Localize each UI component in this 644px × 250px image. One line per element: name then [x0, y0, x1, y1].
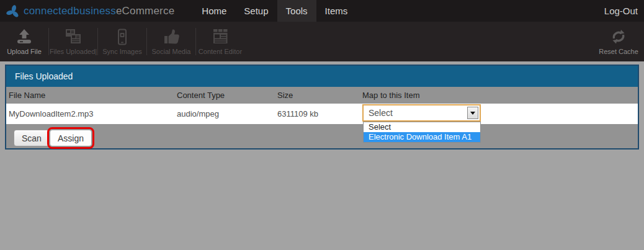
select-option-select[interactable]: Select: [364, 122, 480, 132]
sync-images-button[interactable]: Sync Images: [98, 22, 146, 61]
column-size: Size: [277, 87, 293, 104]
files-uploaded-icon: [63, 29, 83, 46]
map-item-select[interactable]: Select: [362, 104, 481, 122]
content-editor-icon: [210, 29, 230, 46]
chevron-down-icon: [470, 112, 475, 115]
social-media-button[interactable]: Social Media: [147, 22, 195, 61]
table-header-row: File Name Content Type Size Map to this …: [6, 87, 638, 104]
pinwheel-logo-icon: [5, 3, 21, 19]
nav-tab-setup[interactable]: Setup: [235, 0, 277, 22]
panel-title: Files Uploaded: [6, 66, 638, 87]
content-editor-button[interactable]: Content Editor: [196, 22, 244, 61]
social-media-label: Social Media: [152, 48, 191, 55]
nav-tab-home[interactable]: Home: [193, 0, 235, 22]
files-uploaded-button[interactable]: Files Uploaded|: [49, 22, 97, 61]
nav-tab-items[interactable]: Items: [316, 0, 357, 22]
cell-file-name: MyDownloadItem2.mp3: [9, 104, 94, 124]
panel-footer: Scan Assign: [6, 124, 638, 148]
select-option-electronic-download-item-a1[interactable]: Electronic Download Item A1: [364, 132, 480, 142]
files-uploaded-label: Files Uploaded|: [50, 48, 97, 55]
reset-cache-icon: [609, 29, 628, 46]
nav-tab-tools[interactable]: Tools: [277, 0, 316, 22]
logout-link[interactable]: Log-Out: [604, 6, 638, 16]
column-map-to-item: Map to this Item: [362, 87, 419, 104]
map-item-select-value: Select: [369, 108, 393, 118]
cell-content-type: audio/mpeg: [177, 104, 219, 124]
brand-name-primary: connectedbusiness: [24, 5, 116, 17]
social-media-icon: [161, 29, 181, 46]
reset-cache-button[interactable]: Reset Cache: [594, 22, 643, 61]
select-options-list: Select Electronic Download Item A1: [363, 122, 481, 143]
assign-button[interactable]: Assign: [50, 130, 92, 146]
upload-file-label: Upload File: [7, 48, 42, 55]
upload-file-icon: [14, 29, 34, 46]
table-row: MyDownloadItem2.mp3 audio/mpeg 6311109 k…: [6, 104, 638, 124]
sync-images-icon: [112, 29, 132, 46]
cell-size: 6311109 kb: [277, 104, 318, 124]
sync-images-label: Sync Images: [102, 48, 142, 55]
select-dropdown-arrow-button[interactable]: [467, 107, 478, 119]
top-navbar: connectedbusinesseCommerce Home Setup To…: [0, 0, 644, 22]
upload-file-button[interactable]: Upload File: [0, 22, 48, 61]
content-editor-label: Content Editor: [199, 48, 242, 55]
column-content-type: Content Type: [177, 87, 225, 104]
brand-logo: connectedbusinesseCommerce: [0, 3, 174, 19]
main-nav: Home Setup Tools Items: [193, 0, 356, 22]
column-file-name: File Name: [9, 87, 45, 104]
scan-button[interactable]: Scan: [14, 130, 50, 146]
reset-cache-label: Reset Cache: [599, 48, 638, 55]
toolbar-spacer: [244, 22, 594, 61]
brand-name-secondary: eCommerce: [116, 5, 174, 17]
toolbar: Upload File Files Uploaded| Sync Images: [0, 22, 644, 61]
files-uploaded-panel: Files Uploaded File Name Content Type Si…: [5, 65, 639, 150]
